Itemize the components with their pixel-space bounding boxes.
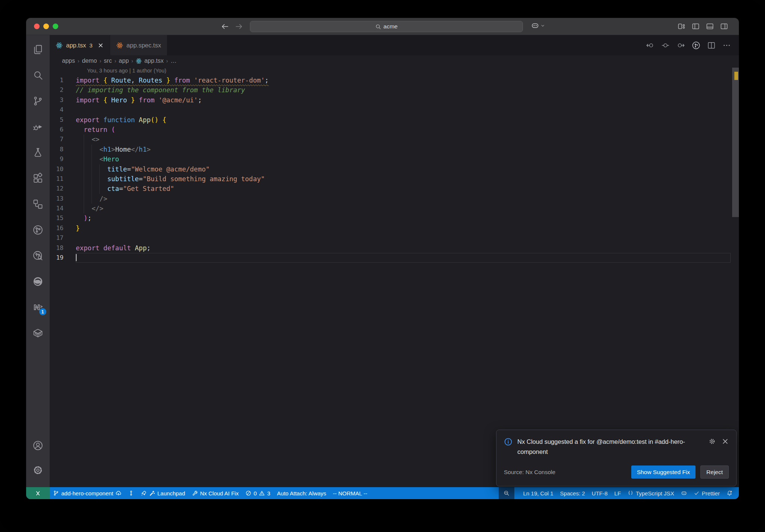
breadcrumb-item[interactable]: src [104,58,112,64]
navigate-back-icon[interactable] [220,22,229,31]
cloud-upload-icon [115,490,121,496]
settings-icon[interactable] [29,460,47,480]
accounts-icon[interactable] [29,436,47,455]
status-notifications-bell[interactable] [723,487,736,499]
code-line-1[interactable]: 1import { Route, Routes } from 'react-ro… [50,75,739,85]
code-line-18[interactable]: 18export default App; [50,243,739,253]
status-encoding[interactable]: UTF-8 [588,487,611,499]
minimize-window-button[interactable] [43,24,49,29]
status-copilot[interactable] [678,487,690,499]
status-cursor-position[interactable]: Ln 19, Col 1 [520,487,557,499]
show-suggested-fix-button[interactable]: Show Suggested Fix [631,466,696,479]
nx-project-details-icon[interactable] [691,41,701,50]
titlebar: acme [26,18,739,35]
next-change-icon[interactable] [676,41,685,50]
copilot-icon [681,490,687,496]
run-and-debug-icon[interactable] [29,117,47,136]
breadcrumb-item[interactable]: app.tsx [136,58,164,64]
line-number: 9 [50,154,76,164]
status-indentation[interactable]: Spaces: 2 [557,487,588,499]
breadcrumb-separator: › [114,58,116,64]
code-line-7[interactable]: 7<> [50,134,739,144]
line-number: 10 [50,164,76,174]
customize-layout-icon[interactable] [677,22,686,31]
profile-menu[interactable] [531,22,545,30]
notification-source: Source: Nx Console [504,469,555,476]
toggle-panel-icon[interactable] [706,22,714,31]
status-nx-cloud-ai-fix[interactable]: Nx Cloud AI Fix [189,487,242,499]
status-vim-mode[interactable]: -- NORMAL -- [329,487,371,499]
code-line-5[interactable]: 5export function App() { [50,115,739,125]
toggle-primary-sidebar-icon[interactable] [691,22,700,31]
status-right: Ln 19, Col 1Spaces: 2UTF-8LFTypeScript J… [490,487,739,499]
breadcrumb-item[interactable]: demo [82,58,97,64]
activity-bar: 1 [26,35,50,487]
toggle-secondary-sidebar-icon[interactable] [720,22,728,31]
code-line-14[interactable]: 14</> [50,204,739,213]
line-number: 14 [50,204,76,213]
split-editor-icon[interactable] [707,41,716,50]
nx-console-icon[interactable]: 1 [29,297,47,317]
notification-settings-icon[interactable] [709,438,716,445]
tab-app-tsx[interactable]: app.tsx 3 [50,35,110,55]
previous-change-icon[interactable] [645,41,655,50]
editor-scrollbar[interactable] [732,66,739,487]
code-line-11[interactable]: 11subtitle="Build something amazing toda… [50,174,739,184]
code-line-15[interactable]: 15); [50,213,739,223]
nx-graph-icon[interactable] [29,220,47,239]
code-line-4[interactable]: 4 [50,105,739,115]
code-line-9[interactable]: 9<Hero [50,154,739,164]
status-zoom-indicator[interactable] [499,487,514,499]
close-tab-icon[interactable] [97,42,104,49]
breadcrumb-overflow[interactable]: … [171,58,177,64]
close-window-button[interactable] [34,24,40,29]
breadcrumb-item[interactable]: app [119,58,129,64]
more-actions-icon[interactable] [722,41,731,50]
current-change-icon[interactable] [661,41,670,50]
scrollbar-thumb[interactable] [732,68,739,217]
status-problems[interactable]: 03 [242,487,274,499]
tab-app-spec-tsx[interactable]: app.spec.tsx [110,35,167,55]
source-control-icon[interactable] [29,91,47,111]
code-lines: 1import { Route, Routes } from 'react-ro… [50,75,739,263]
indent-guide [84,204,84,213]
code-line-13[interactable]: 13/> [50,194,739,204]
code-editor[interactable]: You, 3 hours ago | 1 author (You) 1impor… [50,66,739,487]
zoom-window-button[interactable] [53,24,58,29]
line-number: 12 [50,184,76,194]
testing-icon[interactable] [29,143,47,162]
status-auto-attach[interactable]: Auto Attach: Always [274,487,330,499]
status-language-mode[interactable]: TypeScript JSX [624,487,678,499]
edge-tools-icon[interactable] [29,272,47,291]
nx-graph-focus-icon[interactable] [29,246,47,265]
explorer-icon[interactable] [29,40,47,59]
status-source-control-graph[interactable] [125,487,137,499]
extensions-icon[interactable] [29,168,47,188]
line-number: 15 [50,213,76,223]
status-git-branch[interactable]: add-hero-component [50,487,125,499]
code-line-17[interactable]: 17 [50,233,739,243]
breadcrumb[interactable]: apps›demo›src›app›app.tsx›… [50,55,739,66]
notification-close-icon[interactable] [722,438,729,445]
code-line-16[interactable]: 16} [50,223,739,233]
breadcrumb-item[interactable]: apps [62,58,75,64]
reject-button[interactable]: Reject [700,466,729,479]
code-line-12[interactable]: 12cta="Get Started" [50,184,739,194]
status-eol[interactable]: LF [611,487,625,499]
status-formatter[interactable]: Prettier [690,487,723,499]
code-line-19[interactable]: 19 [50,253,739,263]
remote-indicator[interactable] [26,487,50,499]
chevron-down-icon [541,24,545,28]
code-line-10[interactable]: 10title="Welcmoe @acme/demo" [50,164,739,174]
navigate-forward-icon[interactable] [235,22,244,31]
code-line-2[interactable]: 2// importing the component from the lib… [50,85,739,95]
indent-guide [84,184,84,194]
code-line-3[interactable]: 3import { Hero } from '@acme/ui'; [50,95,739,105]
project-graph-icon[interactable] [29,194,47,214]
code-line-6[interactable]: 6return ( [50,125,739,134]
command-center-search[interactable]: acme [250,21,523,32]
code-line-8[interactable]: 8<h1>Home</h1> [50,145,739,154]
containers-icon[interactable] [29,323,47,343]
search-icon[interactable] [29,65,47,85]
status-launchpad[interactable]: Launchpad [137,487,188,499]
